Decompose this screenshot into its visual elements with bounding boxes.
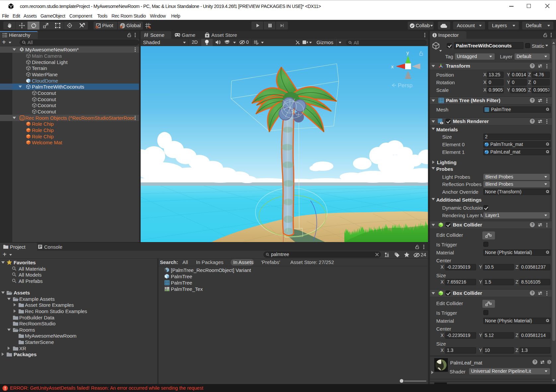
- svg-text:x: x: [391, 64, 394, 69]
- svg-text:Persp: Persp: [398, 82, 412, 89]
- svg-text:y: y: [406, 50, 409, 55]
